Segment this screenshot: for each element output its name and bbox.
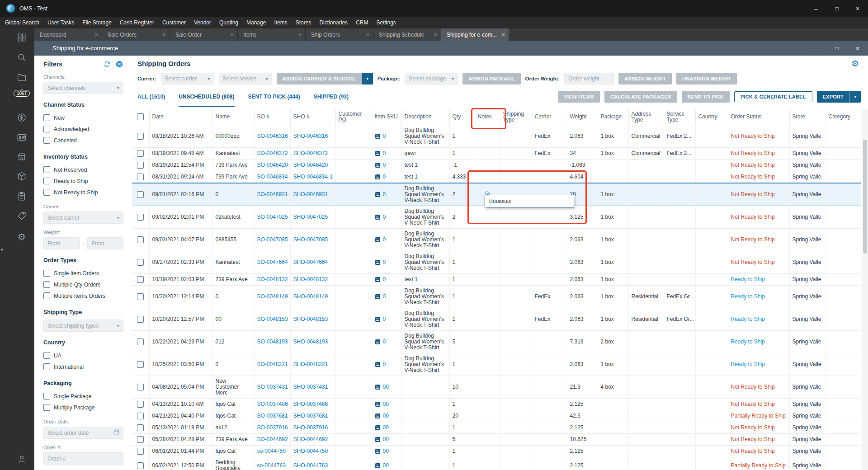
send-to-pick-button[interactable]: SEND TO PICK (682, 91, 730, 103)
item-sku-link[interactable]: 0 (375, 174, 399, 180)
item-sku-link[interactable]: 0 (375, 339, 399, 345)
filter-check-single-item-orders[interactable]: Single Item Orders (43, 268, 123, 279)
sidebar-payments-icon[interactable] (17, 113, 27, 122)
menu-item-items[interactable]: Items (270, 17, 291, 28)
menu-item-settings[interactable]: Settings (372, 17, 400, 28)
sho-link[interactable]: SHO-0046931 (293, 191, 328, 197)
refresh-filters-icon[interactable] (103, 60, 111, 68)
sho-link[interactable]: SHO-0037681 (293, 413, 328, 419)
row-checkbox[interactable] (137, 361, 144, 368)
tab-close-icon[interactable]: × (230, 31, 234, 38)
sidebar-dashboard-icon[interactable] (17, 33, 27, 42)
item-sku-link[interactable]: 0 (375, 316, 399, 322)
tab-items[interactable]: Items× (238, 28, 306, 41)
item-sku-link[interactable]: 0 (375, 150, 399, 156)
so-link[interactable]: so-0044750 (257, 448, 286, 454)
checkbox[interactable] (43, 166, 50, 173)
checkbox[interactable] (43, 178, 50, 184)
window-close-button[interactable]: × (847, 0, 868, 17)
row-checkbox[interactable] (137, 191, 144, 198)
tab-close-icon[interactable]: × (434, 31, 437, 38)
item-sku-link[interactable]: 00 (375, 413, 399, 419)
sho-link[interactable]: SHO-0047664 (293, 259, 328, 265)
so-link[interactable]: SO-0037486 (257, 401, 288, 407)
order-date-input[interactable] (44, 427, 113, 438)
tab-ship-orders[interactable]: Ship Orders× (306, 28, 373, 41)
checkbox[interactable] (43, 404, 50, 411)
sidebar-tasks-icon[interactable] (17, 191, 27, 201)
checkbox[interactable] (43, 352, 50, 359)
row-checkbox[interactable] (137, 150, 144, 157)
menu-item-global-search[interactable]: Global Search (1, 17, 43, 28)
menu-item-stores[interactable]: Stores (292, 17, 316, 28)
menu-item-vendor[interactable]: Vendor (190, 17, 215, 28)
row-checkbox[interactable] (137, 259, 144, 266)
menu-item-user-tasks[interactable]: User Tasks (43, 17, 78, 28)
weight-from-input[interactable] (43, 237, 80, 249)
checkbox[interactable] (43, 189, 50, 196)
so-link[interactable]: SO-0046931 (257, 191, 288, 197)
item-sku-link[interactable]: 0 (375, 162, 399, 168)
sho-link[interactable]: SHO-0046316 (293, 133, 328, 139)
menu-item-manage[interactable]: Manage (242, 17, 270, 28)
checkbox[interactable] (43, 292, 50, 299)
checkbox[interactable] (43, 114, 50, 121)
sho-link[interactable]: SHO-0048153 (293, 316, 328, 322)
item-sku-link[interactable]: 0 (375, 133, 399, 139)
filter-check-multiple-qty-orders[interactable]: Multiple Qty Orders (43, 279, 123, 290)
row-checkbox[interactable] (137, 276, 144, 283)
row-checkbox[interactable] (137, 162, 144, 169)
sho-link[interactable]: SHO-0047085 (293, 236, 328, 243)
tab-close-icon[interactable]: × (298, 31, 302, 38)
close-filters-icon[interactable] (115, 60, 123, 68)
item-sku-link[interactable]: 00 (375, 384, 399, 390)
sho-link[interactable]: SHO-0044692 (293, 436, 328, 442)
calculate-packages-button[interactable]: CALCULATE PACKAGES (604, 91, 677, 103)
so-link[interactable]: SO-0048132 (257, 276, 288, 282)
row-checkbox[interactable] (137, 384, 144, 390)
row-checkbox[interactable] (137, 462, 144, 469)
item-sku-link[interactable]: 00 (375, 463, 399, 469)
unassign-weight-button[interactable]: UNASSIGN WEIGHT (676, 73, 737, 85)
checkbox[interactable] (43, 393, 50, 400)
filter-check-canceled[interactable]: Canceled (43, 135, 123, 146)
item-sku-link[interactable]: 00 (375, 425, 399, 431)
view-tab-sent-to-pick-444[interactable]: SENT TO PICK (444) (248, 86, 300, 107)
inner-window-restore-button[interactable]: □ (826, 41, 847, 56)
sidebar-file-storage-icon[interactable] (17, 72, 27, 82)
sho-link[interactable]: SHO-0044763 (293, 462, 328, 469)
view-tab-unscheduled-808[interactable]: UNSCHEDULED (808) (179, 86, 234, 107)
tab-close-icon[interactable]: × (162, 31, 166, 38)
filter-check-single-package[interactable]: Single Package (43, 390, 123, 402)
sho-link[interactable]: SHO-0048193 (293, 338, 328, 345)
so-link[interactable]: SO-0037681 (257, 413, 288, 419)
sho-link[interactable]: SHO-0037486 (293, 401, 328, 407)
filter-check-new[interactable]: New (43, 112, 123, 123)
assign-package-button[interactable]: ASSIGN PACKAGE (462, 73, 520, 85)
row-checkbox[interactable] (137, 413, 144, 419)
row-checkbox[interactable] (137, 424, 144, 431)
sho-link[interactable]: SHO-0046834-1 (293, 174, 333, 180)
item-sku-link[interactable]: 00 (375, 437, 399, 442)
sidebar-settings-icon[interactable]: ⚙ (17, 232, 27, 242)
so-link[interactable]: SO-0048153 (257, 316, 288, 322)
so-link[interactable]: SO-0046834 (257, 174, 288, 180)
item-sku-link[interactable]: 0 (375, 259, 399, 265)
sho-link[interactable]: SHO-0046372 (293, 150, 328, 156)
tab-sale-order[interactable]: Sale Order× (170, 28, 238, 41)
export-caret-icon[interactable]: ▾ (849, 91, 861, 103)
sho-link[interactable]: SHO-0037431 (293, 384, 328, 390)
checkbox[interactable] (43, 270, 50, 277)
so-link[interactable]: so-0044763 (257, 462, 286, 469)
view-tab-shipped-93[interactable]: SHIPPED (93) (314, 86, 349, 107)
filter-check-not-reserved[interactable]: Not Reserved (43, 164, 123, 175)
export-button[interactable]: EXPORT (817, 91, 849, 103)
so-link[interactable]: SO-0047025 (257, 214, 288, 220)
filter-check-acknowledged[interactable]: Acknowledged (43, 123, 123, 135)
sho-link[interactable]: SHO-0037916 (293, 424, 328, 431)
rail-expand-arrow-icon[interactable]: ▸ (1, 246, 4, 252)
so-link[interactable]: SO-0048149 (257, 293, 288, 300)
menu-item-crm[interactable]: CRM (352, 17, 372, 28)
tab-close-icon[interactable]: × (94, 31, 98, 38)
row-checkbox[interactable] (137, 174, 144, 180)
